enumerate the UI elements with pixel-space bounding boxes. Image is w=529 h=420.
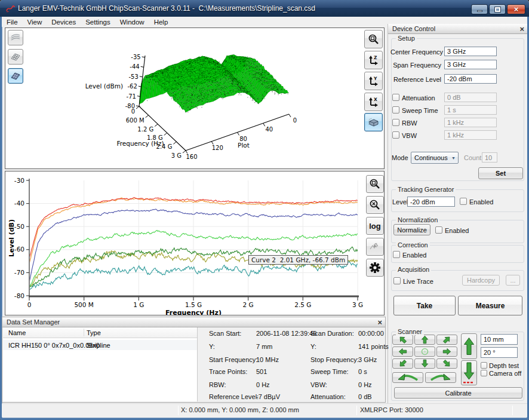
detail-value: 3 GHz [358,356,377,363]
close-icon: × [514,5,519,13]
depth-test-checkbox[interactable] [481,362,487,369]
wireframe-icon [10,51,21,63]
home-position-button[interactable] [414,347,435,357]
reference-level-field[interactable] [444,74,497,84]
normalize-button[interactable]: Normalize [393,224,430,235]
axis-y-button[interactable]: Y [364,72,383,90]
log-scale-button[interactable]: log [366,217,384,235]
application-window: Langer EMV-Technik GmbH ChipScan-Scanner… [0,0,529,420]
menu-item-view[interactable]: View [23,18,47,26]
curve-pick-button[interactable] [366,238,384,256]
close-button[interactable]: × [507,4,525,14]
menu-item-file[interactable]: File [2,18,23,26]
svg-text:0: 0 [293,117,297,124]
detail-label: Scan Duration: [310,330,354,337]
solid-surface-icon [10,70,21,82]
scanner-arrow-icon [462,361,476,385]
axis-x-button[interactable]: X [364,93,383,111]
dataset-row[interactable]: ICR HH150 0° 0x7x0_0x0.05x0 Stripline [3,340,197,350]
move-up-button[interactable] [414,335,435,345]
rotate-cw-button[interactable] [425,372,456,383]
column-divider[interactable] [84,329,84,336]
view-lines-button[interactable] [8,30,23,45]
rotate-ccw-button[interactable] [392,372,423,383]
column-name[interactable]: Name [8,329,26,336]
plot2d-zoom-reset-button[interactable] [366,196,384,214]
center-frequency-field[interactable] [444,47,497,56]
axis-z-button[interactable]: Z [364,51,383,69]
plot2d-zoom-in-button[interactable] [366,175,384,193]
plot2d-settings-button[interactable] [366,259,384,277]
device-control-close-icon[interactable]: × [519,24,524,33]
title-bar[interactable]: Langer EMV-Technik GmbH ChipScan-Scanner… [0,0,529,17]
plot3d-surface-chart[interactable]: -35-44-53-62-71-80Level (dBm)0600 M1.2 G… [5,28,384,168]
set-button[interactable]: Set [478,167,523,179]
rotation-angle-field[interactable] [481,347,518,358]
dataset-manager-panel: Data Set Manager × Name Type ICR HH150 0… [2,317,386,403]
menu-item-help[interactable]: Help [149,18,173,26]
minimize-button[interactable] [471,4,488,14]
svg-text:600 M: 600 M [126,117,144,124]
mode-dropdown[interactable]: Continuous ▼ [411,152,459,164]
svg-text:-40: -40 [14,200,24,207]
detail-value: 0 Hz [358,381,372,388]
take-button[interactable]: Take [393,296,456,315]
view-wireframe-button[interactable] [8,49,23,65]
dataset-list-header[interactable]: Name Type [3,327,197,338]
svg-text:Frequency (Hz): Frequency (Hz) [116,140,164,147]
detail-value: 10 MHz [256,356,279,363]
view-3d-button[interactable] [364,113,383,131]
dataset-manager-close-icon[interactable]: × [377,318,382,327]
calibrate-button[interactable]: Calibrate [394,387,522,398]
log-label: log [369,222,381,231]
dataset-list[interactable]: Name Type ICR HH150 0° 0x7x0_0x0.05x0 St… [3,327,198,401]
move-down-button[interactable] [414,358,435,369]
z-up-button[interactable] [461,333,477,359]
maximize-button[interactable] [489,4,506,14]
detail-value: 0 s [358,368,367,375]
menu-item-window[interactable]: Window [115,18,149,26]
column-type[interactable]: Type [87,329,101,336]
svg-text:X: X [374,97,377,102]
live-trace-checkbox[interactable] [393,277,401,284]
menu-item-settings[interactable]: Settings [81,18,115,26]
hardcopy-button: Hardcopy [462,275,500,286]
plot3d-zoom-button[interactable] [364,30,383,48]
attenuation-field [444,93,497,102]
vbw-checkbox[interactable] [392,131,399,139]
axis-z-icon: Z [367,54,380,67]
scanner-arrow-icon [426,373,455,382]
z-down-button[interactable] [461,360,477,385]
sweep-time-checkbox[interactable] [392,106,399,114]
move-down-right-button[interactable] [436,358,457,369]
svg-text:-80: -80 [14,292,24,299]
move-right-button[interactable] [436,347,457,357]
plot2d-spectrum-chart[interactable]: -30-40-50-60-70-800500 M1 G1.5 G2 G2.5 G… [5,171,384,315]
move-up-right-button[interactable] [436,335,457,345]
svg-text:-70: -70 [14,269,24,276]
gear-icon [368,261,382,274]
correction-enabled-checkbox[interactable] [393,251,400,258]
depth-test-label: Depth test [489,362,519,369]
tg-level-field[interactable] [407,197,455,207]
rbw-checkbox[interactable] [392,119,399,126]
acquisition-legend: Acquisition [396,266,431,273]
normalization-enabled-checkbox[interactable] [435,226,442,234]
menu-item-devices[interactable]: Devices [47,18,81,26]
move-down-left-button[interactable] [392,358,413,369]
camera-off-checkbox[interactable] [481,370,487,376]
attenuation-checkbox[interactable] [392,94,399,101]
detail-value: 0 Hz [256,381,270,388]
span-frequency-field[interactable] [444,60,497,69]
view-surface-button[interactable] [8,68,23,84]
measure-button[interactable]: Measure [458,296,522,315]
scanner-arrow-icon [393,373,422,382]
tg-enabled-checkbox[interactable] [460,198,467,205]
move-left-button[interactable] [392,347,413,357]
detail-label: RBW: [209,381,226,388]
move-up-left-button[interactable] [392,335,413,345]
svg-text:1.5 G: 1.5 G [185,301,202,308]
curve-lines-icon [10,32,21,44]
scanner-arrow-icon [438,359,456,368]
step-size-field[interactable] [481,334,518,345]
